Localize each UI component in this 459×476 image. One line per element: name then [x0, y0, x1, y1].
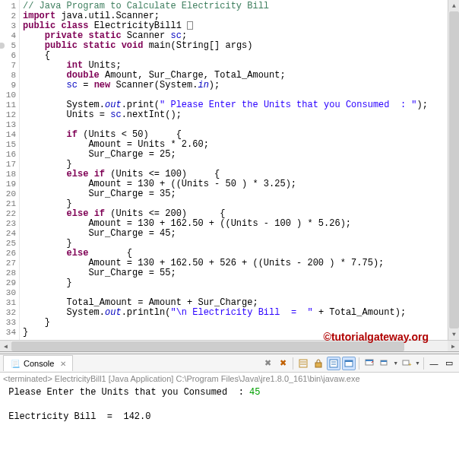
remove-launch-icon[interactable]: ✖ [261, 357, 274, 370]
code-line[interactable]: Sur_Charge = 55; [23, 268, 459, 278]
line-number: 34 [0, 328, 16, 338]
svg-rect-4 [330, 360, 337, 367]
line-number: 22 [0, 209, 16, 219]
console-body[interactable]: <terminated> ElectricityBill1 [Java Appl… [0, 373, 459, 476]
line-number: 12 [0, 110, 16, 120]
line-number: 14 [0, 130, 16, 140]
console-icon: 📃 [10, 358, 21, 369]
line-number: 6 [0, 51, 16, 61]
line-number: 18 [0, 170, 16, 179]
word-wrap-icon[interactable] [327, 357, 340, 370]
svg-text:+: + [408, 361, 412, 368]
gutter-marker-icon [0, 43, 5, 49]
line-number: 17 [0, 160, 16, 170]
toolbar-separator [359, 357, 359, 370]
code-area: 1234567891011121314151617181920212223242… [0, 0, 459, 340]
toolbar-separator [423, 357, 424, 370]
line-number: 16 [0, 150, 16, 160]
console-tab-label: Console [24, 359, 54, 368]
line-number: 10 [0, 90, 16, 100]
svg-rect-10 [366, 360, 373, 361]
line-number: 19 [0, 179, 16, 189]
line-number: 33 [0, 318, 16, 328]
open-console-icon[interactable]: + [400, 357, 413, 370]
line-number: 24 [0, 229, 16, 239]
line-number: 7 [0, 61, 16, 71]
scroll-left-arrow[interactable]: ◀ [0, 341, 11, 352]
toolbar-separator [293, 357, 293, 370]
line-number: 31 [0, 298, 16, 308]
scroll-right-arrow[interactable]: ▶ [448, 341, 459, 352]
bracket-highlight-icon [187, 21, 193, 30]
clear-console-icon[interactable] [296, 357, 310, 370]
code-line[interactable]: } [23, 318, 459, 328]
code-line[interactable]: } [23, 278, 459, 288]
code-line[interactable]: public static void main(String[] args) [23, 41, 459, 51]
svg-rect-0 [299, 360, 307, 367]
code-line[interactable]: } [23, 328, 459, 338]
terminated-label: <terminated> ElectricityBill1 [Java Appl… [3, 374, 456, 383]
line-number: 30 [0, 288, 16, 298]
scroll-thumb[interactable] [449, 11, 459, 328]
console-output: Electricity Bill = 142.0 [3, 411, 456, 423]
line-number-gutter: 1234567891011121314151617181920212223242… [0, 0, 20, 340]
svg-rect-8 [345, 360, 353, 362]
scroll-track[interactable] [11, 341, 448, 352]
dropdown-arrow-icon[interactable]: ▼ [393, 360, 398, 366]
svg-rect-12 [381, 360, 387, 362]
code-line[interactable]: System.out.println("\n Electricity Bill … [23, 308, 459, 318]
line-number: 27 [0, 259, 16, 268]
line-number: 29 [0, 278, 16, 288]
show-console-icon[interactable] [342, 357, 356, 370]
code-line[interactable]: sc = new Scanner(System.in); [23, 81, 459, 90]
line-number: 5 [0, 41, 16, 51]
line-number: 15 [0, 140, 16, 150]
display-selected-icon[interactable] [378, 357, 391, 370]
scroll-down-arrow[interactable]: ▼ [448, 328, 459, 340]
code-text[interactable]: // Java Program to Calculate Electricity… [20, 0, 459, 340]
svg-rect-3 [315, 363, 321, 367]
code-line[interactable]: Sur_Charge = 35; [23, 189, 459, 199]
vertical-scrollbar[interactable]: ▲ ▼ [448, 0, 459, 340]
line-number: 20 [0, 189, 16, 199]
line-number: 4 [0, 31, 16, 41]
console-output [3, 398, 456, 411]
console-toolbar: ✖ ✖ ▼ + [261, 357, 459, 370]
console-pane: 📃 Console ✕ ✖ ✖ [0, 354, 459, 476]
dropdown-arrow-icon[interactable]: ▼ [415, 360, 420, 366]
line-number: 1 [0, 2, 16, 11]
line-number: 8 [0, 71, 16, 81]
line-number: 2 [0, 11, 16, 21]
line-number: 21 [0, 199, 16, 209]
scroll-thumb[interactable] [11, 341, 404, 351]
console-tab[interactable]: 📃 Console ✕ [3, 355, 73, 371]
close-icon[interactable]: ✕ [60, 360, 66, 368]
scroll-track[interactable] [448, 11, 459, 328]
line-number: 9 [0, 81, 16, 90]
line-number: 26 [0, 249, 16, 259]
line-number: 13 [0, 120, 16, 130]
code-line[interactable]: Units = sc.nextInt(); [23, 110, 459, 120]
code-line[interactable]: Sur_Charge = 45; [23, 229, 459, 239]
line-number: 25 [0, 239, 16, 249]
minimize-icon[interactable]: — [427, 357, 441, 370]
scroll-up-arrow[interactable]: ▲ [448, 0, 459, 11]
remove-all-icon[interactable]: ✖ [276, 357, 290, 370]
code-line[interactable]: Sur_Charge = 25; [23, 150, 459, 160]
console-output: Please Enter the Units that you Consumed… [3, 386, 456, 398]
user-input: 45 [249, 387, 260, 398]
line-number: 32 [0, 308, 16, 318]
line-number: 23 [0, 219, 16, 229]
horizontal-scrollbar[interactable]: ◀ ▶ [0, 340, 459, 351]
console-tabbar: 📃 Console ✕ ✖ ✖ [0, 354, 459, 373]
line-number: 28 [0, 268, 16, 278]
pin-console-icon[interactable] [362, 357, 376, 370]
maximize-icon[interactable]: ▭ [442, 357, 456, 370]
line-number: 11 [0, 100, 16, 110]
scroll-lock-icon[interactable] [312, 357, 325, 370]
editor-pane: 1234567891011121314151617181920212223242… [0, 0, 459, 351]
line-number: 3 [0, 21, 16, 31]
